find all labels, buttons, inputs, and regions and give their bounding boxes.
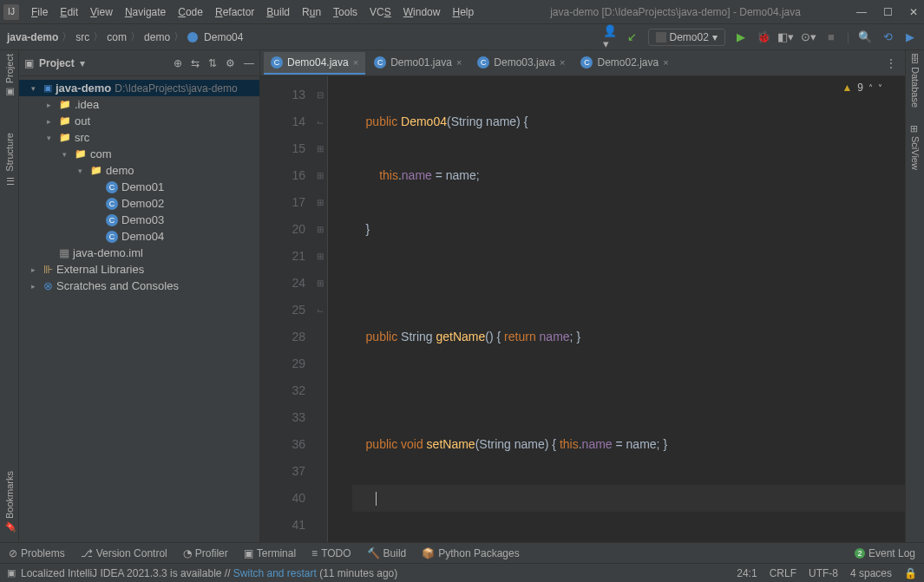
chevron-icon: 〉 bbox=[130, 29, 141, 44]
bc-com[interactable]: com bbox=[107, 31, 127, 43]
problems-tool[interactable]: ⊘Problems bbox=[9, 547, 65, 559]
tree-scratches[interactable]: ▸⊗Scratches and Consoles bbox=[19, 278, 259, 294]
locate-icon[interactable]: ⊕ bbox=[174, 57, 182, 69]
stop-icon[interactable]: ■ bbox=[824, 30, 838, 44]
tree-folder-idea[interactable]: ▸📁.idea bbox=[19, 96, 259, 113]
close-button[interactable]: ✕ bbox=[907, 6, 921, 18]
build-icon[interactable]: ↙ bbox=[626, 30, 639, 44]
project-tool[interactable]: ▣ Project bbox=[3, 54, 15, 98]
config-icon bbox=[656, 32, 666, 43]
minimize-button[interactable]: — bbox=[855, 6, 868, 18]
project-panel-header: ▣ Project ▾ ⊕ ⇆ ⇅ ⚙ — bbox=[19, 50, 259, 76]
menu-code[interactable]: Code bbox=[173, 4, 208, 20]
ide-settings-icon[interactable]: ▶ bbox=[903, 30, 917, 44]
tab-demo03[interactable]: CDemo03.java× bbox=[470, 52, 572, 75]
chevron-icon: 〉 bbox=[93, 29, 103, 44]
profiler-tool[interactable]: ◔Profiler bbox=[183, 547, 228, 559]
event-log-tool[interactable]: 2 Event Log bbox=[855, 547, 915, 559]
class-icon: C bbox=[580, 56, 593, 69]
tree-folder-out[interactable]: ▸📁out bbox=[19, 113, 259, 129]
python-packages-tool[interactable]: 📦Python Packages bbox=[422, 547, 519, 559]
vcs-tool[interactable]: ⎇Version Control bbox=[81, 547, 167, 559]
encoding[interactable]: UTF-8 bbox=[809, 567, 838, 579]
warning-icon: ▲ bbox=[842, 82, 852, 94]
switch-restart-link[interactable]: Switch and restart bbox=[233, 567, 317, 579]
tree-folder-com[interactable]: ▾📁com bbox=[19, 146, 259, 162]
status-bar: ▣ Localized IntelliJ IDEA 2021.3.3 is av… bbox=[0, 563, 924, 582]
line-ending[interactable]: CRLF bbox=[770, 567, 796, 579]
bc-demo[interactable]: demo bbox=[144, 31, 170, 43]
tree-class-demo01[interactable]: CDemo01 bbox=[19, 179, 259, 195]
tree-folder-demo[interactable]: ▾📁demo bbox=[19, 162, 259, 179]
code-content[interactable]: public Demo04(String name) { this.name =… bbox=[328, 76, 905, 542]
menu-help[interactable]: Help bbox=[447, 4, 479, 20]
debug-icon[interactable]: 🐞 bbox=[757, 30, 770, 44]
tree-root[interactable]: ▾ ▣ java-demo D:\IdeaProjects\java-demo bbox=[19, 80, 259, 96]
sciview-tool[interactable]: ⊞ SciView bbox=[909, 125, 921, 170]
panel-title[interactable]: Project bbox=[39, 57, 75, 69]
bc-root[interactable]: java-demo bbox=[7, 31, 58, 43]
folder-icon: 📁 bbox=[59, 99, 71, 110]
caret-position[interactable]: 24:1 bbox=[737, 567, 757, 579]
status-icon[interactable]: ▣ bbox=[7, 567, 16, 579]
menubar: File Edit View Navigate Code Refactor Bu… bbox=[26, 4, 479, 20]
menu-tools[interactable]: Tools bbox=[328, 4, 363, 20]
chevron-down-icon[interactable]: ▾ bbox=[80, 57, 85, 69]
tree-external-libs[interactable]: ▸⊪External Libraries bbox=[19, 261, 259, 278]
tree-class-demo03[interactable]: CDemo03 bbox=[19, 212, 259, 228]
menu-refactor[interactable]: Refactor bbox=[210, 4, 259, 20]
tree-class-demo02[interactable]: CDemo02 bbox=[19, 195, 259, 212]
inspection-widget[interactable]: ▲ 9 ˄ ˅ bbox=[842, 82, 882, 94]
close-icon[interactable]: × bbox=[456, 57, 462, 68]
terminal-tool[interactable]: ▣Terminal bbox=[244, 547, 296, 559]
coverage-icon[interactable]: ◧▾ bbox=[779, 30, 793, 44]
bc-src[interactable]: src bbox=[75, 31, 89, 43]
menu-edit[interactable]: Edit bbox=[55, 4, 83, 20]
menu-view[interactable]: View bbox=[85, 4, 118, 20]
structure-tool[interactable]: ☰ Structure bbox=[3, 133, 15, 186]
menu-window[interactable]: Window bbox=[398, 4, 446, 20]
readonly-icon[interactable]: 🔒 bbox=[904, 567, 917, 579]
tab-demo04[interactable]: CDemo04.java× bbox=[264, 52, 365, 75]
menu-run[interactable]: Run bbox=[297, 4, 326, 20]
todo-tool[interactable]: ≡TODO bbox=[311, 547, 351, 559]
tree-class-demo04[interactable]: CDemo04 bbox=[19, 228, 259, 245]
tree-iml-file[interactable]: ▦java-demo.iml bbox=[19, 245, 259, 261]
run-config-label: Demo02 bbox=[670, 31, 709, 43]
bc-current[interactable]: Demo04 bbox=[204, 31, 243, 43]
search-icon[interactable]: 🔍 bbox=[858, 30, 872, 44]
window-title: java-demo [D:\IdeaProjects\java-demo] - … bbox=[479, 6, 855, 18]
indent[interactable]: 4 spaces bbox=[850, 567, 892, 579]
close-icon[interactable]: × bbox=[560, 57, 565, 68]
settings-icon[interactable]: ⚙ bbox=[226, 57, 235, 69]
tree-folder-src[interactable]: ▾📁src bbox=[19, 129, 259, 146]
chevron-down-icon[interactable]: ˅ bbox=[878, 83, 882, 93]
tab-demo02[interactable]: CDemo02.java× bbox=[573, 52, 675, 75]
close-icon[interactable]: × bbox=[353, 57, 358, 68]
tab-demo01[interactable]: CDemo01.java× bbox=[367, 52, 469, 75]
menu-file[interactable]: File bbox=[26, 4, 53, 20]
project-tree[interactable]: ▾ ▣ java-demo D:\IdeaProjects\java-demo … bbox=[19, 76, 259, 542]
chevron-up-icon[interactable]: ˄ bbox=[868, 83, 873, 93]
expand-icon[interactable]: ⇆ bbox=[191, 57, 200, 69]
library-icon: ⊪ bbox=[43, 263, 53, 276]
menu-build[interactable]: Build bbox=[261, 4, 295, 20]
sync-icon[interactable]: ⟲ bbox=[881, 30, 895, 44]
run-config-dropdown[interactable]: Demo02 ▾ bbox=[648, 29, 725, 46]
user-icon[interactable]: 👤▾ bbox=[603, 30, 617, 44]
maximize-button[interactable]: ☐ bbox=[881, 6, 895, 18]
tab-options-icon[interactable]: ⋮ bbox=[881, 57, 901, 69]
hide-icon[interactable]: — bbox=[244, 57, 254, 69]
fold-gutter[interactable]: ⊟⌙⊞⊞⊞⊞⊞⊞⌙ bbox=[312, 76, 328, 542]
profile-icon[interactable]: ⊙▾ bbox=[802, 30, 816, 44]
breadcrumb[interactable]: java-demo 〉 src 〉 com 〉 demo 〉 Demo04 bbox=[7, 29, 243, 44]
build-tool[interactable]: 🔨Build bbox=[367, 547, 407, 559]
run-icon[interactable]: ▶ bbox=[734, 30, 748, 44]
bookmarks-tool[interactable]: 🔖 Bookmarks bbox=[3, 471, 15, 533]
database-tool[interactable]: 🗄 Database bbox=[910, 54, 921, 108]
collapse-icon[interactable]: ⇅ bbox=[208, 57, 217, 69]
close-icon[interactable]: × bbox=[663, 57, 668, 68]
code-area[interactable]: 1314151617202124252829323336374041 ⊟⌙⊞⊞⊞… bbox=[260, 76, 905, 542]
menu-vcs[interactable]: VCS bbox=[364, 4, 396, 20]
menu-navigate[interactable]: Navigate bbox=[120, 4, 171, 20]
